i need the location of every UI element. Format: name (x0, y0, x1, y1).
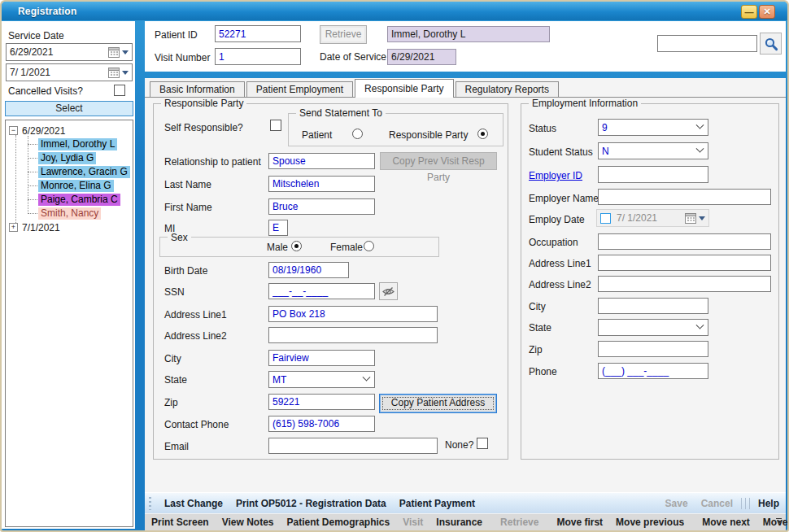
email-none-checkbox[interactable] (477, 438, 488, 449)
tree-date-node[interactable]: +7/1/2021 (6, 220, 133, 234)
dropdown-arrow-icon[interactable] (699, 216, 705, 220)
tab-regulatory-reports[interactable]: Regulatory Reports (456, 81, 559, 97)
menubar-item-move-next[interactable]: Move next (695, 517, 756, 528)
menubar-item-move-first[interactable]: Move first (550, 517, 609, 528)
copy-patient-address-button[interactable]: Copy Patient Address (379, 394, 497, 413)
ssn-input[interactable] (268, 283, 375, 299)
tab-responsible-party[interactable]: Responsible Party (355, 79, 453, 98)
status-value: 9 (602, 122, 608, 133)
tree-patient-item[interactable]: Paige, Cambria C (28, 193, 133, 207)
relationship-label: Relationship to patient (164, 156, 261, 168)
tree-date-node[interactable]: −6/29/2021 (6, 124, 133, 137)
tab-patient-employment[interactable]: Patient Employment (246, 81, 353, 97)
menubar-item-patient-demographics[interactable]: Patient Demographics (281, 517, 397, 528)
statement-responsible-label: Responsible Party (389, 129, 468, 141)
select-button[interactable]: Select (5, 101, 133, 116)
contact-phone-input[interactable] (268, 416, 375, 432)
toolbar-separator (741, 498, 742, 509)
emp-city-input[interactable] (598, 298, 708, 314)
tree-patient-item[interactable]: Joy, Lydia G (28, 151, 133, 165)
search-input[interactable] (657, 35, 757, 52)
tab-basic-information[interactable]: Basic Information (150, 81, 245, 97)
toolbar-item-patient-payment[interactable]: Patient Payment (393, 498, 482, 509)
date-of-service-label: Date of Service (320, 51, 386, 63)
emp-state-select[interactable] (598, 319, 708, 336)
service-date-from-picker[interactable]: 6/29/2021 (6, 43, 133, 61)
rp-zip-input[interactable] (268, 394, 375, 410)
emp-zip-input[interactable] (598, 341, 708, 357)
rp-address1-input[interactable] (268, 306, 438, 322)
self-responsible-checkbox[interactable] (270, 120, 281, 131)
collapse-icon[interactable]: − (9, 126, 18, 135)
first-name-label: First Name (164, 202, 212, 213)
relationship-input[interactable] (268, 153, 375, 169)
tree-patient-item[interactable]: Monroe, Elina G (28, 179, 133, 193)
mi-input[interactable] (268, 220, 288, 236)
responsible-party-group-title: Responsible Party (161, 98, 246, 109)
dropdown-arrow-icon[interactable] (122, 71, 129, 75)
visit-number-input[interactable] (215, 48, 301, 65)
service-date-label: Service Date (8, 30, 64, 41)
student-status-select[interactable]: N (598, 142, 708, 159)
menubar-item-move-last[interactable]: Move last (756, 517, 789, 528)
service-date-to-value: 7/ 1/2021 (10, 67, 108, 78)
tree-date-label: 6/29/2021 (22, 125, 65, 137)
tree-patient-item[interactable]: Immel, Dorothy L (28, 137, 133, 151)
retrieve-button[interactable]: Retrieve (320, 25, 367, 44)
employ-date-picker[interactable]: 7/ 1/2021 (596, 209, 709, 227)
tree-patient-label: Monroe, Elina G (38, 180, 114, 192)
employ-date-checkbox[interactable] (600, 213, 611, 224)
rp-city-input[interactable] (268, 350, 375, 366)
menubar-item-retrieve[interactable]: Retrieve (494, 517, 545, 528)
menu-overflow-icon[interactable] (775, 518, 782, 524)
first-name-input[interactable] (268, 198, 375, 215)
statement-patient-radio[interactable] (352, 129, 363, 139)
minimize-button[interactable] (741, 5, 757, 19)
rp-address2-input[interactable] (268, 327, 438, 343)
service-date-to-picker[interactable]: 7/ 1/2021 (6, 63, 133, 81)
copy-prev-visit-button[interactable]: Copy Prev Visit Resp Party (380, 152, 497, 170)
menubar-item-view-notes[interactable]: View Notes (216, 517, 281, 528)
status-select[interactable]: 9 (598, 119, 708, 136)
emp-zip-label: Zip (529, 344, 543, 355)
emp-address2-input[interactable] (598, 276, 771, 292)
last-name-input[interactable] (268, 176, 375, 192)
emp-phone-input[interactable] (598, 363, 708, 379)
rp-state-select[interactable]: MT (268, 371, 375, 388)
dropdown-arrow-icon[interactable] (122, 50, 129, 55)
tree-patient-item[interactable]: Smith, Nancy (28, 207, 133, 220)
search-button[interactable] (760, 33, 782, 55)
save-button[interactable]: Save (659, 498, 695, 509)
menubar-item-print-screen[interactable]: Print Screen (145, 517, 216, 528)
title-bar[interactable]: Registration (2, 2, 787, 20)
statement-responsible-radio[interactable] (477, 129, 488, 139)
employment-group-title: Employment Information (529, 98, 641, 109)
tree-patient-label: Smith, Nancy (38, 207, 101, 220)
emp-address1-input[interactable] (598, 255, 771, 271)
tree-patient-item[interactable]: Lawrence, Gracin G (28, 165, 133, 179)
male-radio[interactable] (291, 241, 302, 251)
cancel-button[interactable]: Cancel (695, 498, 739, 509)
menubar-item-visit[interactable]: Visit (396, 517, 429, 528)
employer-id-link[interactable]: Employer ID (529, 170, 582, 181)
female-radio[interactable] (364, 241, 374, 251)
cancelled-visits-checkbox[interactable] (114, 85, 125, 96)
employer-id-input[interactable] (598, 166, 708, 183)
bottom-toolbar: Last ChangePrint OP5012 - Registration D… (145, 492, 786, 513)
birth-date-input[interactable] (268, 262, 349, 278)
help-button[interactable]: Help (752, 498, 786, 509)
patient-id-input[interactable] (215, 25, 301, 42)
tree-patient-label: Paige, Cambria C (38, 194, 120, 206)
menubar-item-insurance[interactable]: Insurance (429, 517, 489, 528)
email-input[interactable] (268, 438, 438, 454)
occupation-input[interactable] (598, 233, 771, 250)
ssn-reveal-button[interactable] (379, 282, 398, 300)
employer-name-input[interactable] (598, 189, 771, 205)
expand-icon[interactable]: + (9, 223, 18, 232)
visit-tree[interactable]: −6/29/2021Immel, Dorothy LJoy, Lydia GLa… (5, 120, 133, 527)
toolbar-item-last-change[interactable]: Last Change (158, 498, 229, 509)
menubar-item-move-previous[interactable]: Move previous (609, 517, 691, 528)
close-button[interactable] (759, 5, 775, 19)
toolbar-item-print-op5012-registration-data[interactable]: Print OP5012 - Registration Data (229, 498, 393, 509)
toolbar-separator (745, 498, 746, 509)
